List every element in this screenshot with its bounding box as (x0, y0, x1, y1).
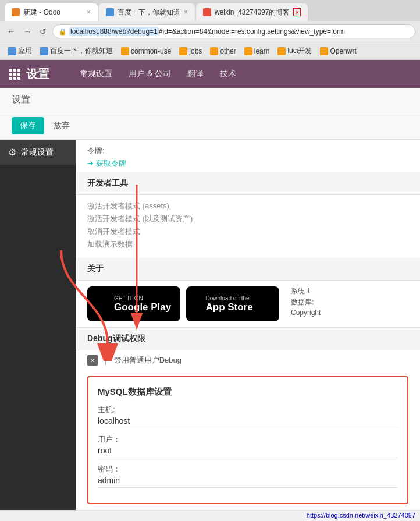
tab-2-favicon (106, 8, 114, 16)
save-button[interactable]: 保存 (12, 117, 44, 134)
tab-1-close[interactable]: × (87, 8, 91, 16)
bookmark-other[interactable]: other (207, 46, 239, 56)
dev-link-load-demo[interactable]: 加载演示数据 (87, 239, 408, 250)
app-store-text: Download on the App Store (206, 295, 253, 313)
dev-link-activate-tests[interactable]: 激活开发者模式 (以及测试资产) (87, 214, 408, 224)
debug-option-label[interactable]: 禁用普通用户Debug (114, 355, 181, 366)
grid-menu-icon[interactable] (9, 69, 20, 80)
tab-1[interactable]: 新建 - Odoo × (5, 3, 98, 21)
status-bar: https://blog.csdn.net/weixin_43274097 (0, 510, 420, 520)
odoo-logo-area: 设置 (9, 66, 49, 82)
back-button[interactable]: ← (5, 26, 17, 37)
bookmark-apps[interactable]: 应用 (5, 45, 35, 57)
debug-title: Debug调试权限 (87, 334, 145, 344)
gear-icon: ⚙ (8, 147, 16, 158)
store-badges: ▶ GET IT ON Google Play  Download on th… (87, 286, 279, 321)
google-play-small: GET IT ON (114, 295, 171, 302)
developer-tools-section: 激活开发者模式 (assets) 激活开发者模式 (以及测试资产) 取消开发者模… (76, 195, 420, 258)
url-display: localhost:888/web?debug=1#id=&action=84&… (69, 27, 345, 36)
action-bar: 保存 放弃 (0, 112, 420, 140)
debug-option: ✕ | 禁用普通用户Debug (76, 350, 420, 370)
apps-icon (8, 47, 16, 55)
browser-chrome: 新建 - Odoo × 百度一下，你就知道 × weixin_43274097的… (0, 0, 420, 60)
url-highlighted: localhost:888/web?debug=1 (69, 27, 159, 36)
tab-3-close[interactable]: × (293, 8, 300, 16)
breadcrumb: 设置 (0, 88, 420, 112)
main-layout: ⚙ 常规设置 令牌: ➔ 获取令牌 开发者工具 激活开发者模式 (assets)… (0, 140, 420, 510)
bookmark-common-use[interactable]: common-use (118, 46, 175, 56)
brand-label: 令牌: (87, 146, 408, 156)
system-info: 系统 1 数据库: Copyright (291, 286, 408, 318)
bookmark-luci[interactable]: luci开发 (274, 45, 315, 57)
tab-bar: 新建 - Odoo × 百度一下，你就知道 × weixin_43274097的… (0, 0, 420, 21)
mysql-host-field: 主机: localhost (98, 405, 398, 428)
app-store-small: Download on the (206, 295, 253, 302)
nav-users-company[interactable]: 用户 & 公司 (122, 66, 178, 81)
odoo-header: 设置 常规设置 用户 & 公司 翻译 技术 (0, 60, 420, 88)
sidebar-item-general-settings[interactable]: ⚙ 常规设置 (0, 140, 76, 165)
mysql-section: MySQL数据库设置 主机: localhost 用户： root 密码： ad… (87, 376, 408, 504)
bookmarks-bar: 应用 百度一下，你就知道 common-use jobs other learn… (0, 42, 420, 59)
system-info-line1: 系统 1 (291, 286, 408, 296)
breadcrumb-text: 设置 (12, 94, 30, 104)
sidebar: ⚙ 常规设置 (0, 140, 76, 510)
bookmark-baidu[interactable]: 百度一下，你就知道 (37, 45, 116, 57)
arrow-container: Debug调试权限 ✕ | 禁用普通用户Debug MySQL数据库设置 主机:… (76, 327, 420, 504)
dev-link-activate-assets[interactable]: 激活开发者模式 (assets) (87, 201, 408, 211)
bookmark-common-use-label: common-use (131, 47, 171, 55)
odoo-nav: 常规设置 用户 & 公司 翻译 技术 (73, 66, 243, 81)
system-info-line3: Copyright (291, 309, 408, 317)
google-play-icon: ▶ (95, 295, 108, 314)
openwrt-icon (320, 47, 328, 55)
mysql-password-value[interactable]: admin (98, 476, 398, 488)
about-header: 关于 (76, 258, 420, 281)
apple-icon:  (194, 295, 200, 313)
developer-tools-header: 开发者工具 (76, 172, 420, 195)
other-icon (210, 47, 218, 55)
tab-2-title: 百度一下，你就知道 (118, 8, 180, 17)
google-play-badge[interactable]: ▶ GET IT ON Google Play (87, 286, 180, 321)
app-title: 设置 (26, 66, 49, 82)
brand-section: 令牌: ➔ 获取令牌 (76, 140, 420, 172)
luci-icon (277, 47, 286, 55)
nav-general-settings[interactable]: 常规设置 (73, 66, 119, 81)
bookmark-baidu-label: 百度一下，你就知道 (50, 46, 113, 56)
url-bar[interactable]: 🔒 localhost:888/web?debug=1#id=&action=8… (52, 24, 415, 38)
mysql-user-field: 用户： root (98, 434, 398, 458)
learn-icon (244, 47, 252, 55)
get-token-link[interactable]: ➔ 获取令牌 (87, 159, 126, 168)
google-play-text: GET IT ON Google Play (114, 295, 171, 313)
bookmark-openwrt[interactable]: Openwrt (316, 46, 360, 56)
lock-icon: 🔒 (59, 28, 67, 36)
discard-button[interactable]: 放弃 (49, 117, 74, 134)
tab-1-title: 新建 - Odoo (23, 8, 83, 17)
address-bar: ← → ↺ 🔒 localhost:888/web?debug=1#id=&ac… (0, 21, 420, 42)
tab-2-close[interactable]: × (184, 8, 188, 16)
dev-link-deactivate[interactable]: 取消开发者模式 (87, 226, 408, 237)
bookmark-jobs[interactable]: jobs (176, 46, 205, 56)
app-store-badge[interactable]:  Download on the App Store (186, 286, 279, 321)
tab-3-favicon (203, 8, 211, 16)
nav-technical[interactable]: 技术 (213, 66, 243, 81)
mysql-user-label: 用户： (98, 434, 398, 445)
common-use-icon (121, 47, 129, 55)
status-url: https://blog.csdn.net/weixin_43274097 (307, 512, 415, 519)
odoo-app: 设置 常规设置 用户 & 公司 翻译 技术 设置 保存 放弃 ⚙ 常规设置 令 (0, 60, 420, 510)
nav-translation[interactable]: 翻译 (180, 66, 211, 81)
tab-3[interactable]: weixin_43274097的博客 × (196, 3, 308, 21)
forward-button[interactable]: → (21, 26, 34, 37)
reload-button[interactable]: ↺ (37, 26, 49, 37)
mysql-host-value[interactable]: localhost (98, 416, 398, 428)
system-info-line2: 数据库: (291, 297, 408, 307)
bookmark-openwrt-label: Openwrt (330, 47, 356, 55)
mysql-password-label: 密码： (98, 464, 398, 474)
bookmark-learn[interactable]: learn (241, 46, 273, 56)
debug-section-header: Debug调试权限 (76, 327, 420, 350)
mysql-host-label: 主机: (98, 405, 398, 415)
content-area: 令牌: ➔ 获取令牌 开发者工具 激活开发者模式 (assets) 激活开发者模… (76, 140, 420, 510)
tab-2[interactable]: 百度一下，你就知道 × (99, 3, 195, 21)
mysql-user-value[interactable]: root (98, 446, 398, 458)
url-rest: #id=&action=84&model=res.config.settings… (159, 27, 345, 36)
bookmark-learn-label: learn (254, 47, 270, 55)
jobs-icon (179, 47, 187, 55)
